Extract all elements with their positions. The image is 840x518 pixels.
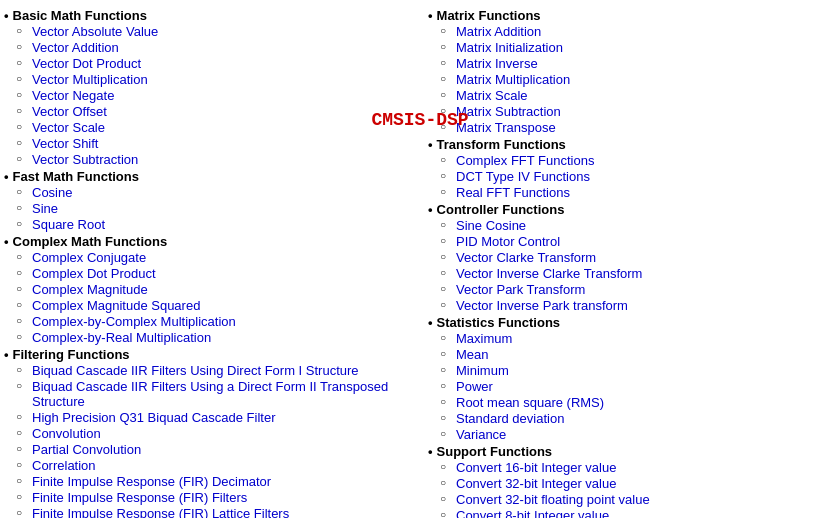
link-0-3[interactable]: Matrix Multiplication [456, 72, 570, 87]
link-3-1[interactable]: Biquad Cascade IIR Filters Using a Direc… [32, 379, 388, 409]
link-0-8[interactable]: Vector Subtraction [32, 152, 138, 167]
link-3-8[interactable]: Finite Impulse Response (FIR) Lattice Fi… [32, 506, 289, 518]
list-item[interactable]: Matrix Multiplication [456, 72, 836, 87]
list-item[interactable]: Real FFT Functions [456, 185, 836, 200]
link-3-0[interactable]: Maximum [456, 331, 512, 346]
list-item[interactable]: High Precision Q31 Biquad Cascade Filter [32, 410, 412, 425]
link-0-2[interactable]: Matrix Inverse [456, 56, 538, 71]
list-item[interactable]: Maximum [456, 331, 836, 346]
list-item[interactable]: Complex-by-Complex Multiplication [32, 314, 412, 329]
list-item[interactable]: Square Root [32, 217, 412, 232]
link-2-0[interactable]: Sine Cosine [456, 218, 526, 233]
list-item[interactable]: Complex FFT Functions [456, 153, 836, 168]
list-item[interactable]: Sine Cosine [456, 218, 836, 233]
list-item[interactable]: Root mean square (RMS) [456, 395, 836, 410]
list-item[interactable]: Vector Subtraction [32, 152, 412, 167]
list-item[interactable]: Convert 16-bit Integer value [456, 460, 836, 475]
link-1-2[interactable]: Real FFT Functions [456, 185, 570, 200]
list-item[interactable]: Matrix Scale [456, 88, 836, 103]
list-item[interactable]: Mean [456, 347, 836, 362]
list-item[interactable]: Complex Magnitude Squared [32, 298, 412, 313]
link-2-5[interactable]: Complex-by-Real Multiplication [32, 330, 211, 345]
list-item[interactable]: Complex Dot Product [32, 266, 412, 281]
link-2-3[interactable]: Complex Magnitude Squared [32, 298, 200, 313]
link-2-2[interactable]: Vector Clarke Transform [456, 250, 596, 265]
list-item[interactable]: Cosine [32, 185, 412, 200]
link-3-3[interactable]: Convolution [32, 426, 101, 441]
link-3-1[interactable]: Mean [456, 347, 489, 362]
list-item[interactable]: Vector Dot Product [32, 56, 412, 71]
list-item[interactable]: Vector Multiplication [32, 72, 412, 87]
link-2-1[interactable]: Complex Dot Product [32, 266, 156, 281]
list-item[interactable]: Complex Magnitude [32, 282, 412, 297]
list-item[interactable]: Vector Inverse Clarke Transform [456, 266, 836, 281]
link-2-5[interactable]: Vector Inverse Park transform [456, 298, 628, 313]
link-2-4[interactable]: Vector Park Transform [456, 282, 585, 297]
link-3-3[interactable]: Power [456, 379, 493, 394]
link-1-0[interactable]: Cosine [32, 185, 72, 200]
list-item[interactable]: Variance [456, 427, 836, 442]
link-0-6[interactable]: Vector Scale [32, 120, 105, 135]
list-item[interactable]: Finite Impulse Response (FIR) Decimator [32, 474, 412, 489]
link-0-5[interactable]: Matrix Subtraction [456, 104, 561, 119]
link-3-4[interactable]: Partial Convolution [32, 442, 141, 457]
link-4-3[interactable]: Convert 8-bit Integer value [456, 508, 609, 518]
link-1-2[interactable]: Square Root [32, 217, 105, 232]
link-0-1[interactable]: Vector Addition [32, 40, 119, 55]
link-4-2[interactable]: Convert 32-bit floating point value [456, 492, 650, 507]
link-4-0[interactable]: Convert 16-bit Integer value [456, 460, 616, 475]
list-item[interactable]: Finite Impulse Response (FIR) Lattice Fi… [32, 506, 412, 518]
link-0-2[interactable]: Vector Dot Product [32, 56, 141, 71]
list-item[interactable]: Convert 32-bit floating point value [456, 492, 836, 507]
link-3-2[interactable]: Minimum [456, 363, 509, 378]
link-0-5[interactable]: Vector Offset [32, 104, 107, 119]
link-3-6[interactable]: Finite Impulse Response (FIR) Decimator [32, 474, 271, 489]
list-item[interactable]: Vector Negate [32, 88, 412, 103]
list-item[interactable]: Vector Addition [32, 40, 412, 55]
link-0-6[interactable]: Matrix Transpose [456, 120, 556, 135]
list-item[interactable]: Power [456, 379, 836, 394]
link-2-1[interactable]: PID Motor Control [456, 234, 560, 249]
list-item[interactable]: Convert 8-bit Integer value [456, 508, 836, 518]
list-item[interactable]: Vector Park Transform [456, 282, 836, 297]
list-item[interactable]: Partial Convolution [32, 442, 412, 457]
link-2-3[interactable]: Vector Inverse Clarke Transform [456, 266, 642, 281]
list-item[interactable]: Vector Scale [32, 120, 412, 135]
link-3-7[interactable]: Finite Impulse Response (FIR) Filters [32, 490, 247, 505]
list-item[interactable]: Matrix Initialization [456, 40, 836, 55]
list-item[interactable]: Biquad Cascade IIR Filters Using Direct … [32, 363, 412, 378]
link-0-3[interactable]: Vector Multiplication [32, 72, 148, 87]
link-2-2[interactable]: Complex Magnitude [32, 282, 148, 297]
list-item[interactable]: Matrix Inverse [456, 56, 836, 71]
link-0-4[interactable]: Matrix Scale [456, 88, 528, 103]
link-2-0[interactable]: Complex Conjugate [32, 250, 146, 265]
link-1-0[interactable]: Complex FFT Functions [456, 153, 594, 168]
link-0-7[interactable]: Vector Shift [32, 136, 98, 151]
link-4-1[interactable]: Convert 32-bit Integer value [456, 476, 616, 491]
link-2-4[interactable]: Complex-by-Complex Multiplication [32, 314, 236, 329]
list-item[interactable]: Matrix Transpose [456, 120, 836, 135]
list-item[interactable]: Vector Offset [32, 104, 412, 119]
list-item[interactable]: DCT Type IV Functions [456, 169, 836, 184]
list-item[interactable]: Vector Shift [32, 136, 412, 151]
list-item[interactable]: Convolution [32, 426, 412, 441]
list-item[interactable]: Finite Impulse Response (FIR) Filters [32, 490, 412, 505]
link-3-5[interactable]: Correlation [32, 458, 96, 473]
link-0-0[interactable]: Matrix Addition [456, 24, 541, 39]
link-3-0[interactable]: Biquad Cascade IIR Filters Using Direct … [32, 363, 359, 378]
link-3-6[interactable]: Variance [456, 427, 506, 442]
list-item[interactable]: Correlation [32, 458, 412, 473]
list-item[interactable]: PID Motor Control [456, 234, 836, 249]
link-1-1[interactable]: Sine [32, 201, 58, 216]
link-3-4[interactable]: Root mean square (RMS) [456, 395, 604, 410]
list-item[interactable]: Vector Absolute Value [32, 24, 412, 39]
link-3-5[interactable]: Standard deviation [456, 411, 564, 426]
list-item[interactable]: Minimum [456, 363, 836, 378]
list-item[interactable]: Vector Clarke Transform [456, 250, 836, 265]
list-item[interactable]: Sine [32, 201, 412, 216]
list-item[interactable]: Biquad Cascade IIR Filters Using a Direc… [32, 379, 412, 409]
list-item[interactable]: Matrix Subtraction [456, 104, 836, 119]
list-item[interactable]: Complex Conjugate [32, 250, 412, 265]
link-3-2[interactable]: High Precision Q31 Biquad Cascade Filter [32, 410, 276, 425]
list-item[interactable]: Convert 32-bit Integer value [456, 476, 836, 491]
